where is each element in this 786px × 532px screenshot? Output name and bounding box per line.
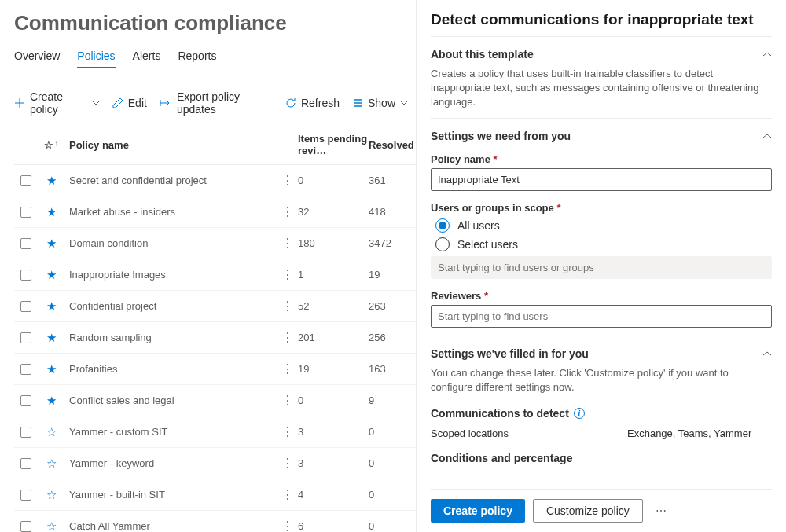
table-row[interactable]: ☆Yammer - custom SIT⋮30 — [14, 416, 416, 448]
star-outline-icon[interactable]: ☆ — [46, 519, 57, 533]
star-filled-icon[interactable]: ★ — [46, 394, 57, 408]
filled-desc: You can change these later. Click 'Custo… — [431, 366, 772, 394]
star-outline-icon[interactable]: ☆ — [46, 457, 57, 471]
table-row[interactable]: ★Random sampling⋮201256 — [14, 322, 416, 354]
more-actions-button[interactable]: ⋯ — [651, 504, 671, 517]
star-filled-icon[interactable]: ★ — [46, 237, 57, 251]
table-row[interactable]: ★Conflict sales and legal⋮09 — [14, 385, 416, 416]
star-column-header[interactable]: ☆↑ — [38, 139, 64, 151]
col-policy-name[interactable]: Policy name — [64, 139, 276, 151]
row-checkbox[interactable] — [20, 364, 31, 375]
resolved-cell: 0 — [369, 489, 416, 501]
tab-reports[interactable]: Reports — [178, 50, 216, 68]
command-bar: Create policy Edit Export policy updates… — [14, 90, 416, 116]
section-filled-header[interactable]: Settings we've filled in for you — [431, 347, 772, 360]
table-row[interactable]: ★Inappropriate Images⋮119 — [14, 259, 416, 291]
row-checkbox[interactable] — [20, 395, 31, 406]
export-button[interactable]: Export policy updates — [160, 90, 273, 116]
row-menu-button[interactable]: ⋮ — [281, 457, 293, 470]
row-checkbox[interactable] — [20, 427, 31, 438]
row-checkbox[interactable] — [20, 175, 31, 186]
policy-name-cell: Confidential project — [64, 300, 276, 312]
customize-policy-button[interactable]: Customize policy — [533, 499, 643, 523]
policy-name-cell: Yammer - keyword — [64, 457, 276, 469]
col-resolved[interactable]: Resolved — [369, 139, 416, 151]
pending-cell: 0 — [298, 174, 369, 186]
pending-cell: 180 — [298, 237, 369, 249]
row-menu-button[interactable]: ⋮ — [281, 299, 293, 313]
policy-name-cell: Yammer - custom SIT — [64, 426, 276, 438]
row-menu-button[interactable]: ⋮ — [281, 237, 293, 250]
table-row[interactable]: ★Secret and confidential project⋮0361 — [14, 165, 416, 196]
row-menu-button[interactable]: ⋮ — [281, 174, 293, 187]
col-pending[interactable]: Items pending revi… — [298, 133, 369, 156]
policy-name-cell: Yammer - built-in SIT — [64, 489, 276, 501]
section-about-header[interactable]: About this template — [431, 48, 772, 61]
row-checkbox[interactable] — [20, 301, 31, 312]
radio-select-users[interactable]: Select users — [435, 237, 772, 251]
pending-cell: 201 — [298, 332, 369, 343]
table-row[interactable]: ☆Yammer - keyword⋮30 — [14, 448, 416, 479]
row-menu-button[interactable]: ⋮ — [281, 394, 293, 407]
pending-cell: 19 — [298, 363, 369, 375]
star-filled-icon[interactable]: ★ — [46, 174, 57, 188]
star-filled-icon[interactable]: ★ — [46, 362, 57, 376]
reviewers-input[interactable] — [431, 305, 772, 328]
radio-all-users[interactable]: All users — [435, 218, 772, 233]
star-filled-icon[interactable]: ★ — [46, 299, 57, 314]
chevron-up-icon — [762, 51, 772, 57]
radio-icon — [435, 237, 450, 251]
star-outline-icon[interactable]: ☆ — [46, 488, 57, 502]
section-needed-header[interactable]: Settings we need from you — [431, 130, 772, 142]
row-menu-button[interactable]: ⋮ — [281, 362, 293, 376]
row-checkbox[interactable] — [20, 332, 31, 343]
row-menu-button[interactable]: ⋮ — [281, 488, 293, 501]
row-menu-button[interactable]: ⋮ — [281, 205, 293, 218]
row-checkbox[interactable] — [20, 521, 31, 532]
resolved-cell: 0 — [369, 520, 416, 532]
pending-cell: 32 — [298, 206, 369, 218]
table-row[interactable]: ★Domain condition⋮1803472 — [14, 228, 416, 259]
policy-name-cell: Market abuse - insiders — [64, 206, 276, 218]
show-button[interactable]: Show — [352, 97, 408, 109]
row-checkbox[interactable] — [20, 458, 31, 469]
section-settings-filled: Settings we've filled in for you You can… — [431, 336, 772, 472]
star-outline-icon[interactable]: ☆ — [46, 425, 57, 439]
row-checkbox[interactable] — [20, 207, 31, 218]
refresh-button[interactable]: Refresh — [285, 97, 340, 109]
policy-name-cell: Domain condition — [64, 237, 276, 249]
reviewers-label: Reviewers * — [431, 290, 772, 302]
refresh-icon — [285, 97, 296, 108]
pending-cell: 52 — [298, 300, 369, 312]
row-menu-button[interactable]: ⋮ — [281, 425, 293, 438]
panel-footer: Create policy Customize policy ⋯ — [431, 489, 772, 532]
policy-name-cell: Catch All Yammer — [64, 520, 276, 532]
row-checkbox[interactable] — [20, 238, 31, 249]
row-checkbox[interactable] — [20, 270, 31, 281]
table-row[interactable]: ★Confidential project⋮52263 — [14, 291, 416, 322]
row-checkbox[interactable] — [20, 490, 31, 501]
create-policy-submit-button[interactable]: Create policy — [431, 499, 525, 523]
create-policy-button[interactable]: Create policy — [14, 90, 100, 116]
policy-name-input[interactable] — [431, 168, 772, 191]
tab-overview[interactable]: Overview — [14, 50, 60, 68]
table-row[interactable]: ☆Yammer - built-in SIT⋮40 — [14, 479, 416, 511]
star-filled-icon[interactable]: ★ — [46, 205, 57, 219]
star-filled-icon[interactable]: ★ — [46, 268, 57, 282]
row-menu-button[interactable]: ⋮ — [281, 519, 293, 532]
star-filled-icon[interactable]: ★ — [46, 331, 57, 345]
needed-heading: Settings we need from you — [431, 130, 571, 142]
row-menu-button[interactable]: ⋮ — [281, 268, 293, 281]
table-row[interactable]: ☆Catch All Yammer⋮60 — [14, 511, 416, 532]
tabs: Overview Policies Alerts Reports — [14, 50, 416, 68]
table-row[interactable]: ★Market abuse - insiders⋮32418 — [14, 196, 416, 228]
tab-policies[interactable]: Policies — [77, 50, 115, 68]
row-menu-button[interactable]: ⋮ — [281, 331, 293, 344]
pending-cell: 3 — [298, 457, 369, 469]
section-about: About this template Creates a policy tha… — [431, 36, 772, 118]
export-icon — [160, 97, 172, 108]
info-icon[interactable]: i — [574, 408, 585, 419]
tab-alerts[interactable]: Alerts — [133, 50, 161, 68]
edit-button[interactable]: Edit — [112, 97, 147, 109]
table-row[interactable]: ★Profanities⋮19163 — [14, 354, 416, 385]
